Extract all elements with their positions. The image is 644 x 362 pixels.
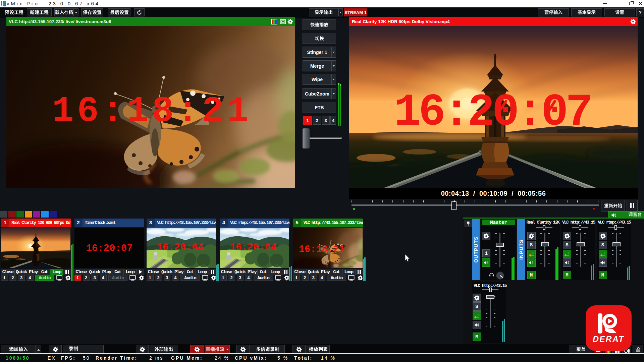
svg-text:16:20:04: 16:20:04 [230,242,276,253]
svg-text:16:18:21: 16:18:21 [52,91,252,132]
svg-text:16:20:07: 16:20:07 [86,243,132,254]
svg-text:16:20:07: 16:20:07 [394,87,590,138]
svg-text:16:20:04: 16:20:04 [157,242,203,253]
svg-text:16:18:21: 16:18:21 [299,244,344,255]
